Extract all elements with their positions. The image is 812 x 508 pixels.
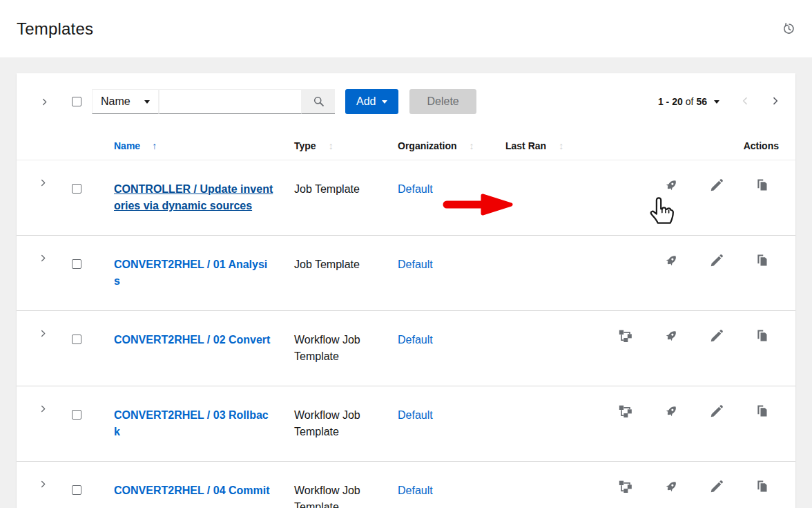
visualizer-icon bbox=[619, 329, 632, 343]
template-type: Workflow Job Template bbox=[283, 311, 387, 386]
edit-button[interactable] bbox=[710, 404, 724, 418]
table-row: CONVERT2RHEL / 01 Analysis Job Template … bbox=[17, 236, 795, 311]
copy-icon bbox=[755, 254, 769, 267]
filter-key-dropdown[interactable]: Name bbox=[92, 89, 159, 114]
column-header-organization[interactable]: Organization ↕ bbox=[387, 131, 494, 160]
list-toolbar: Name Add Delete 1 - 20 of 56 bbox=[17, 73, 795, 114]
per-page-dropdown[interactable] bbox=[714, 100, 719, 104]
edit-button[interactable] bbox=[710, 178, 724, 192]
column-label: Actions bbox=[744, 140, 779, 151]
caret-down-icon bbox=[144, 100, 150, 104]
template-type: Workflow Job Template bbox=[283, 386, 387, 461]
template-name-link[interactable]: CONTROLLER / Update inventories via dyna… bbox=[114, 183, 273, 211]
chevron-right-icon bbox=[39, 404, 48, 413]
launch-button[interactable] bbox=[664, 254, 678, 267]
edit-icon bbox=[710, 329, 724, 343]
table-body: CONTROLLER / Update inventories via dyna… bbox=[17, 160, 795, 508]
caret-down-icon bbox=[382, 100, 387, 104]
chevron-right-icon bbox=[39, 178, 48, 187]
chevron-right-icon bbox=[39, 480, 48, 489]
visualizer-button[interactable] bbox=[619, 480, 632, 493]
expand-all-button[interactable] bbox=[36, 93, 52, 110]
last-ran-value bbox=[494, 311, 598, 386]
page-title: Templates bbox=[17, 19, 93, 39]
launch-icon bbox=[664, 329, 678, 343]
copy-icon bbox=[755, 480, 769, 493]
expand-row-button[interactable] bbox=[39, 254, 48, 263]
launch-icon bbox=[664, 254, 678, 267]
pagination-total: 56 bbox=[696, 96, 707, 107]
visualizer-icon bbox=[619, 480, 632, 493]
row-checkbox[interactable] bbox=[72, 259, 81, 269]
visualizer-button[interactable] bbox=[619, 329, 632, 343]
copy-button[interactable] bbox=[755, 404, 769, 418]
sort-icon: ↕ bbox=[329, 140, 334, 151]
column-header-name[interactable]: Name ↑ bbox=[97, 131, 283, 160]
search-input[interactable] bbox=[159, 89, 302, 114]
select-all-checkbox[interactable] bbox=[72, 97, 81, 106]
expand-row-button[interactable] bbox=[39, 480, 48, 489]
row-checkbox[interactable] bbox=[72, 184, 81, 194]
row-checkbox[interactable] bbox=[72, 335, 81, 344]
expand-row-button[interactable] bbox=[39, 178, 48, 187]
column-label: Name bbox=[114, 140, 140, 151]
copy-button[interactable] bbox=[755, 480, 769, 493]
launch-button[interactable] bbox=[664, 178, 678, 192]
launch-icon bbox=[664, 480, 678, 493]
column-label: Organization bbox=[398, 140, 457, 151]
column-header-last-ran[interactable]: Last Ran ↕ bbox=[494, 131, 598, 160]
table-row: CONVERT2RHEL / 04 Commit Workflow Job Te… bbox=[17, 462, 795, 508]
template-type: Job Template bbox=[283, 160, 387, 235]
copy-button[interactable] bbox=[755, 329, 769, 343]
table-row: CONVERT2RHEL / 02 Convert Workflow Job T… bbox=[17, 311, 795, 386]
history-button[interactable] bbox=[782, 22, 795, 35]
template-type: Workflow Job Template bbox=[283, 462, 387, 508]
last-ran-value bbox=[494, 462, 598, 508]
template-name-link[interactable]: CONVERT2RHEL / 03 Rollback bbox=[114, 409, 269, 438]
visualizer-icon bbox=[619, 404, 632, 418]
organization-link[interactable]: Default bbox=[398, 258, 433, 270]
add-button-label: Add bbox=[356, 95, 376, 108]
organization-link[interactable]: Default bbox=[398, 485, 433, 496]
add-button[interactable]: Add bbox=[345, 89, 398, 114]
launch-button[interactable] bbox=[664, 480, 678, 493]
expand-row-button[interactable] bbox=[39, 404, 48, 413]
organization-link[interactable]: Default bbox=[398, 334, 433, 346]
organization-link[interactable]: Default bbox=[398, 183, 433, 195]
pagination-range: 1 - 20 bbox=[658, 96, 683, 107]
search-icon bbox=[313, 95, 325, 107]
column-header-type[interactable]: Type ↕ bbox=[283, 131, 387, 160]
template-name-link[interactable]: CONVERT2RHEL / 04 Commit bbox=[114, 485, 270, 496]
delete-button[interactable]: Delete bbox=[409, 89, 476, 114]
row-checkbox[interactable] bbox=[72, 410, 81, 420]
template-name-link[interactable]: CONVERT2RHEL / 02 Convert bbox=[114, 334, 270, 346]
organization-link[interactable]: Default bbox=[398, 409, 433, 421]
row-checkbox[interactable] bbox=[72, 485, 81, 495]
edit-icon bbox=[710, 404, 724, 418]
last-ran-value bbox=[494, 160, 598, 235]
sort-icon: ↕ bbox=[470, 140, 474, 151]
edit-button[interactable] bbox=[710, 480, 724, 493]
copy-button[interactable] bbox=[755, 254, 769, 267]
expand-row-button[interactable] bbox=[39, 329, 48, 338]
column-label: Last Ran bbox=[505, 140, 546, 151]
previous-page-button[interactable] bbox=[740, 96, 750, 108]
table-header-row: Name ↑ Type ↕ Organization ↕ Last Ran ↕ … bbox=[17, 131, 795, 160]
row-actions bbox=[598, 311, 795, 386]
table-row: CONTROLLER / Update inventories via dyna… bbox=[17, 160, 795, 236]
visualizer-button[interactable] bbox=[619, 404, 632, 418]
sort-icon: ↕ bbox=[559, 140, 563, 151]
edit-button[interactable] bbox=[710, 329, 724, 343]
copy-button[interactable] bbox=[755, 178, 769, 192]
launch-button[interactable] bbox=[664, 404, 678, 418]
next-page-button[interactable] bbox=[771, 96, 780, 108]
last-ran-value bbox=[494, 386, 598, 461]
edit-button[interactable] bbox=[710, 254, 724, 267]
edit-icon bbox=[710, 178, 724, 192]
launch-button[interactable] bbox=[664, 329, 678, 343]
chevron-right-icon bbox=[39, 254, 48, 263]
search-button[interactable] bbox=[302, 89, 335, 114]
chevron-left-icon bbox=[740, 96, 750, 106]
copy-icon bbox=[755, 329, 769, 343]
template-name-link[interactable]: CONVERT2RHEL / 01 Analysis bbox=[114, 258, 267, 287]
